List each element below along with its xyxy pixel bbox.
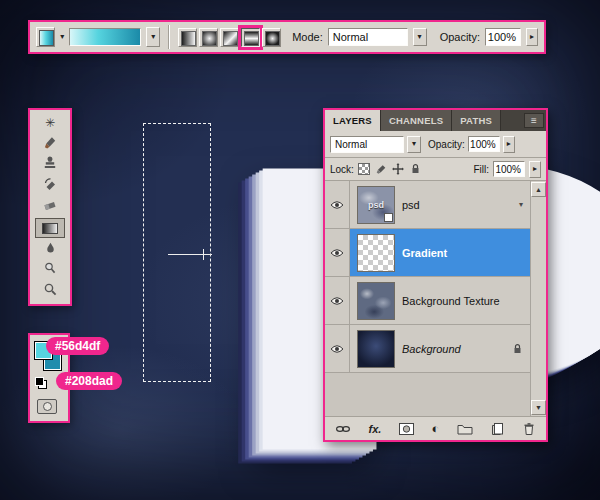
layer-thumbnail-gradient[interactable]: [357, 234, 395, 272]
new-group-button[interactable]: [457, 421, 473, 437]
visibility-cell[interactable]: [325, 181, 350, 228]
add-layer-mask-button[interactable]: [399, 421, 414, 437]
blend-mode-dropdown-button[interactable]: ▾: [413, 28, 427, 46]
lock-transparency-icon: [358, 163, 370, 175]
scroll-up-button[interactable]: ▲: [531, 182, 546, 197]
mode-label: Mode:: [292, 31, 323, 43]
background-lock-icon: [512, 343, 523, 355]
tab-layers[interactable]: LAYERS: [325, 110, 381, 131]
quick-mask-button[interactable]: [37, 399, 57, 414]
scroll-down-button[interactable]: ▼: [531, 400, 546, 415]
radial-gradient-button[interactable]: [199, 28, 218, 47]
tool-spatter-brush[interactable]: ✳: [35, 113, 65, 133]
smart-object-badge-icon: [384, 213, 393, 222]
tool-options-bar: ▾ ▾ Mode: Normal ▾ Opacity: 100% ▸: [28, 20, 546, 54]
gradient-drag-line: [168, 254, 212, 255]
layer-effects-caret[interactable]: ▾: [519, 200, 523, 209]
visibility-cell[interactable]: [325, 325, 350, 372]
add-layer-mask-icon: [399, 423, 414, 435]
layers-lock-row: Lock: Fill: 100% ▸: [325, 158, 546, 181]
layer-name-gradient: Gradient: [402, 247, 447, 259]
layer-row-background[interactable]: Background: [325, 325, 530, 373]
layer-row-gradient[interactable]: Gradient: [325, 229, 530, 277]
delete-layer-button[interactable]: [522, 421, 536, 437]
lock-all-button[interactable]: [409, 163, 422, 176]
reflected-gradient-button[interactable]: [241, 28, 260, 47]
visibility-cell[interactable]: [325, 229, 350, 276]
layer-name-background: Background: [402, 343, 461, 355]
linear-gradient-button[interactable]: [178, 28, 197, 47]
layer-row-psd[interactable]: psd psd ▾: [325, 181, 530, 229]
layer-thumbnail-background-texture[interactable]: [357, 282, 395, 320]
panel-menu-button[interactable]: ≡: [524, 113, 544, 128]
gradient-picker-arrow[interactable]: ▾: [146, 27, 160, 47]
layers-list: psd psd ▾ Gradient: [325, 181, 530, 416]
zoom-icon: [43, 282, 57, 300]
new-layer-button[interactable]: [490, 421, 504, 437]
visibility-cell[interactable]: [325, 277, 350, 324]
psd-thumbnail-text: psd: [368, 200, 384, 210]
layer-visibility-icon: [330, 248, 344, 258]
layer-row-main[interactable]: psd psd ▾: [350, 181, 530, 228]
lock-position-button[interactable]: [392, 163, 405, 176]
lock-paint-button[interactable]: [375, 163, 388, 176]
scroll-up-icon: ▲: [535, 186, 542, 193]
delete-layer-trash-icon: [522, 422, 536, 436]
tool-gradient[interactable]: [35, 218, 65, 238]
layers-blend-mode-value: Normal: [335, 139, 367, 150]
layers-list-area: psd psd ▾ Gradient: [325, 181, 546, 416]
lock-transparency-button[interactable]: [358, 163, 371, 176]
layers-scrollbar[interactable]: ▲ ▼: [530, 181, 546, 416]
link-layers-button[interactable]: [335, 421, 351, 437]
layer-row-main[interactable]: Background Texture: [350, 277, 530, 324]
angle-gradient-button[interactable]: [220, 28, 239, 47]
blend-mode-select[interactable]: Normal: [328, 28, 408, 46]
new-group-folder-icon: [457, 422, 473, 435]
diamond-gradient-button[interactable]: [262, 28, 281, 47]
fill-slider-icon: ▸: [533, 165, 537, 173]
layer-style-button[interactable]: fx.: [369, 421, 382, 437]
layers-opacity-input[interactable]: 100%: [468, 136, 500, 152]
layer-thumbnail-background[interactable]: [357, 330, 395, 368]
opacity-slider-icon: ▸: [530, 33, 534, 41]
fill-label: Fill:: [473, 164, 489, 175]
layers-opacity-slider-button[interactable]: ▸: [503, 136, 515, 153]
scroll-down-icon: ▼: [535, 404, 542, 411]
layer-visibility-icon: [330, 200, 344, 210]
tool-blur[interactable]: [35, 239, 65, 259]
layer-row-main[interactable]: Background: [350, 325, 530, 372]
spatter-brush-icon: ✳: [45, 117, 55, 129]
preset-dropdown-icon[interactable]: ▾: [60, 33, 64, 41]
layers-opacity-label: Opacity:: [428, 139, 465, 150]
crosshair-cursor-icon: [203, 249, 204, 260]
tool-eraser[interactable]: [35, 197, 65, 217]
default-colors-icon[interactable]: [35, 377, 47, 389]
fill-input[interactable]: 100%: [493, 161, 525, 177]
gradient-preset-picker[interactable]: [36, 27, 55, 47]
fill-slider-button[interactable]: ▸: [529, 161, 541, 178]
opacity-label: Opacity:: [440, 31, 480, 43]
opacity-input[interactable]: 100%: [485, 28, 521, 46]
layer-visibility-icon: [330, 344, 344, 354]
tool-zoom[interactable]: [35, 281, 65, 301]
background-hex-label: #208dad: [56, 372, 122, 390]
layers-blend-dropdown-button[interactable]: ▾: [407, 136, 421, 153]
tab-channels[interactable]: CHANNELS: [381, 110, 452, 131]
tool-dodge[interactable]: [35, 260, 65, 280]
layers-blend-mode-select[interactable]: Normal: [330, 136, 404, 153]
layers-opacity-value: 100%: [470, 139, 496, 150]
layer-row-main[interactable]: Gradient: [350, 229, 530, 276]
opacity-slider-button[interactable]: ▸: [526, 28, 538, 46]
reflected-gradient-icon: [244, 31, 259, 46]
gradient-preview[interactable]: [69, 28, 141, 46]
layer-thumbnail-psd[interactable]: psd: [357, 186, 395, 224]
tool-history-brush[interactable]: [35, 176, 65, 196]
tool-clone-stamp[interactable]: [35, 155, 65, 175]
tab-paths[interactable]: PATHS: [452, 110, 501, 131]
adjustment-layer-button[interactable]: ◐: [431, 421, 439, 437]
layer-row-background-texture[interactable]: Background Texture: [325, 277, 530, 325]
lock-all-icon: [410, 163, 421, 175]
tool-brush[interactable]: [35, 134, 65, 154]
blend-mode-dropdown-icon: ▾: [418, 33, 422, 41]
layer-style-fx-icon: fx.: [369, 423, 382, 435]
